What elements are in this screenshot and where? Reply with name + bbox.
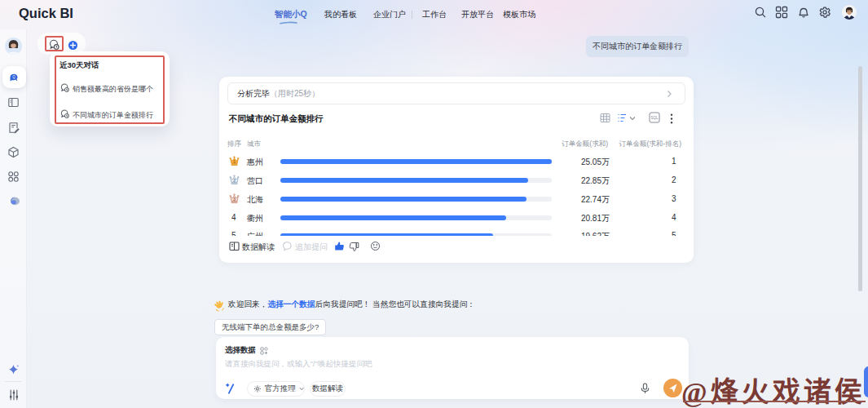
svg-text:3: 3 (233, 197, 236, 202)
svg-text:1: 1 (233, 160, 236, 164)
svg-text:2: 2 (233, 179, 236, 183)
